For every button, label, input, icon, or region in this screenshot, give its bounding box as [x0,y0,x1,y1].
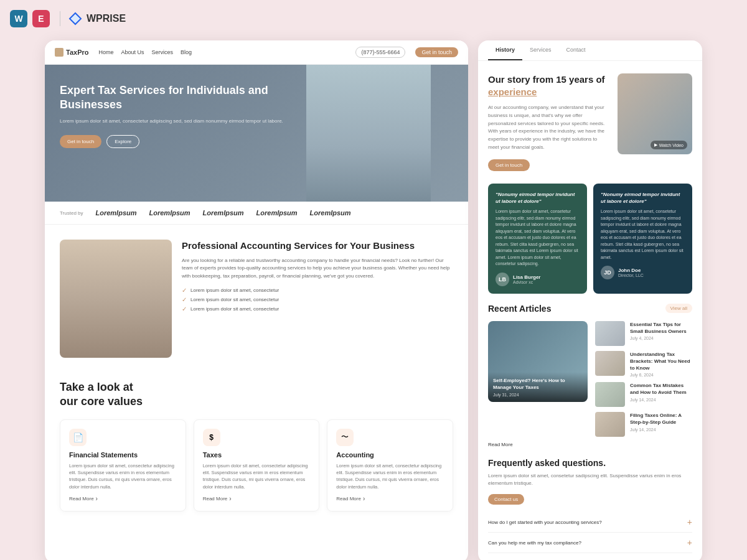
nav-logo-text: TaxPro [66,49,88,56]
about-checklist: ✓ Lorem ipsum dolor sit amet, consectetu… [182,287,453,312]
brand-logo: WPRISE [60,11,126,26]
hero-section: Expert Tax Services for Individuals and … [45,65,468,202]
about-image [60,240,172,358]
accounting-read-more[interactable]: Read More › [336,495,444,502]
articles-read-more[interactable]: Read More [488,442,692,447]
testimonials-section: "Nonumy eirmod tempor invidunt ut labore… [478,184,702,304]
hero-cta-button[interactable]: Get in touch [60,135,101,148]
trusted-bar: Trusted by LoremIpsum LoremIpsum LoremIp… [45,202,468,225]
faq-cta-button[interactable]: Contact us [488,494,524,505]
faq-item-2[interactable]: Can you help me with my tax compliance? … [488,533,692,553]
faq-plus-2: + [687,538,692,548]
nav-logo-shield [55,48,63,57]
brand-name: WPRISE [87,13,126,24]
main-article-title: Self-Employed? Here's How to Manage Your… [493,377,583,391]
check-text-2: Lorem ipsum dolor sit amet, consectetur [190,297,279,302]
testimonial-1-info: Lisa Burger Advisor xc [513,274,540,284]
nav-link-about[interactable]: About Us [121,49,144,55]
check-text-1: Lorem ipsum dolor sit amet, consectetur [190,287,279,293]
site-nav: TaxPro Home About Us Services Blog (877)… [45,40,468,65]
nav-links: Home About Us Services Blog [98,49,345,55]
article-info-4: Filing Taxes Online: A Step-by-Step Guid… [630,412,692,431]
financial-read-more[interactable]: Read More › [69,495,177,502]
article-info-2: Understanding Tax Brackets: What You Nee… [630,351,692,378]
hero-explore-button[interactable]: Explore [106,135,139,148]
financial-title: Financial Statements [69,451,177,459]
core-values-title: Take a look atour core values [60,380,453,409]
accounting-text: Lorem ipsum dolor sit amet, consectetur … [336,462,444,490]
core-values-section: Take a look atour core values 📄 Financia… [45,368,468,524]
elementor-icon: E [32,10,50,27]
articles-grid: Self-Employed? Here's How to Manage Your… [488,321,692,437]
video-overlay[interactable]: ▶ Watch Video [651,141,687,149]
taxes-icon: $ [203,429,220,446]
story-title-highlight: experience [488,86,537,97]
faq-plus-1: + [687,517,692,527]
wordpress-icon: W [10,10,27,27]
testimonial-2-role: Director, LLC [618,273,644,278]
articles-section: Recent Articles View all Self-Employed? … [478,304,702,458]
testimonial-2-quote: "Nonumy eirmod tempor invidunt ut labore… [601,191,685,205]
trusted-label: Trusted by [60,210,83,216]
article-thumb-2 [595,351,625,376]
play-icon: ▶ [654,142,657,147]
core-card-financial: 📄 Financial Statements Lorem ipsum dolor… [60,419,186,511]
read-more-arrow-2: › [229,495,231,502]
testimonial-2-info: John Doe Director, LLC [618,268,644,278]
financial-icon: 📄 [69,429,87,446]
read-more-arrow: › [96,495,98,502]
taxes-read-more[interactable]: Read More › [203,495,311,502]
core-card-accounting: 〜 Accounting Lorem ipsum dolor sit amet,… [327,419,453,511]
testimonial-2-name: John Doe [618,268,644,273]
article-thumb-4 [595,412,625,437]
testimonial-1-role: Advisor xc [513,280,540,284]
testimonial-2-author: JD John Doe Director, LLC [601,266,685,279]
faq-list: How do I get started with your accountin… [488,512,692,560]
hero-title: Expert Tax Services for Individuals and … [60,83,331,113]
tab-row: History Services Contact [478,40,702,61]
view-all-button[interactable]: View all [665,304,692,313]
article-item-2: Understanding Tax Brackets: What You Nee… [595,351,692,378]
hero-content: Expert Tax Services for Individuals and … [60,83,331,148]
check-icon-1: ✓ [182,287,187,294]
check-item-2: ✓ Lorem ipsum dolor sit amet, consectetu… [182,296,453,303]
tab-contact[interactable]: Contact [559,40,593,60]
top-bar: W E WPRISE [10,10,126,27]
faq-item-1[interactable]: How do I get started with your accountin… [488,512,692,533]
article-info-3: Common Tax Mistakes and How to Avoid The… [630,382,692,401]
check-text-3: Lorem ipsum dolor sit amet, consectetur [190,306,279,312]
story-cta-button[interactable]: Get in touch [488,159,530,171]
tab-history[interactable]: History [488,40,522,60]
article-title-4: Filing Taxes Online: A Step-by-Step Guid… [630,412,692,426]
nav-cta-button[interactable]: Get in touch [415,47,458,57]
articles-heading: Recent Articles [488,304,551,314]
testimonial-1: "Nonumy eirmod tempor invidunt ut labore… [488,184,587,294]
article-info-1: Essential Tax Tips for Small Business Ow… [630,321,692,340]
article-title-1: Essential Tax Tips for Small Business Ow… [630,321,692,335]
nav-logo: TaxPro [55,48,88,57]
article-title-3: Common Tax Mistakes and How to Avoid The… [630,382,692,396]
faq-item-3[interactable]: What is your experience in the accountin… [488,553,692,560]
about-content: Professional Accounting Services for You… [182,240,453,358]
main-article-overlay: Self-Employed? Here's How to Manage Your… [488,372,588,401]
nav-link-services[interactable]: Services [152,49,174,55]
taxes-title: Taxes [203,451,311,459]
main-article: Self-Employed? Here's How to Manage Your… [488,321,588,402]
faq-question-1: How do I get started with your accountin… [488,520,602,525]
nav-phone: (877)-555-6664 [355,47,405,58]
tab-services[interactable]: Services [522,40,559,60]
testimonial-2-body: Lorem ipsum dolor sit amet, consetetur s… [601,208,685,261]
story-text: At our accounting company, we understand… [488,104,608,152]
article-item-3: Common Tax Mistakes and How to Avoid The… [595,382,692,407]
nav-link-home[interactable]: Home [98,49,113,55]
core-card-taxes: $ Taxes Lorem ipsum dolor sit amet, cons… [194,419,320,511]
video-label: Watch Video [659,143,684,147]
story-title: Our story from 15 years of experience [488,73,608,98]
nav-link-blog[interactable]: Blog [181,49,192,55]
testimonial-1-body: Lorem ipsum dolor sit amet, consetetur s… [496,208,580,268]
story-image: ▶ Watch Video [618,73,692,154]
article-title-2: Understanding Tax Brackets: What You Nee… [630,351,692,372]
faq-subtitle: Lorem ipsum dolor sit amet, consetetur s… [488,472,692,487]
faq-section: Frequently asked questions. Lorem ipsum … [478,457,702,560]
trusted-brand-2: LoremIpsum [149,209,190,217]
